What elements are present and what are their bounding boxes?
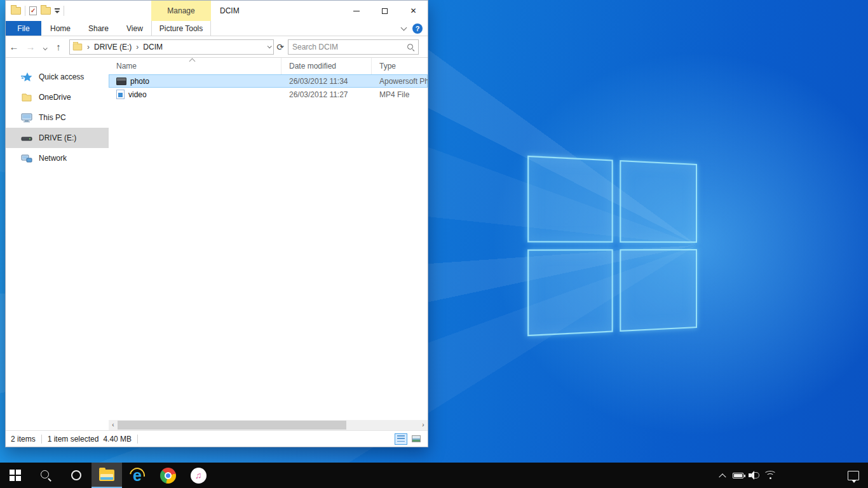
sidebar-item-label: This PC <box>39 113 66 122</box>
tab-manage[interactable]: Manage <box>151 1 211 21</box>
breadcrumb-separator-icon: › <box>86 43 90 51</box>
mp4-file-icon <box>116 90 125 99</box>
search-box <box>288 39 419 55</box>
scroll-left-icon[interactable]: ‹ <box>109 420 118 430</box>
scrollbar-thumb[interactable] <box>118 421 346 430</box>
file-list-pane: Name Date modified Type photo 26/03/2012… <box>109 58 428 430</box>
column-header-name[interactable]: Name <box>109 58 281 74</box>
sidebar-item-label: Quick access <box>39 72 84 81</box>
battery-tray-button[interactable] <box>730 463 746 488</box>
file-date-cell: 26/03/2012 11:34 <box>281 77 372 86</box>
wifi-icon <box>764 471 776 480</box>
taskbar-search-button[interactable] <box>31 463 61 488</box>
file-explorer-icon <box>99 470 114 481</box>
taskbar: e ♫ <box>0 463 868 488</box>
file-date-cell: 26/03/2012 11:27 <box>281 90 372 99</box>
thumbnails-view-button[interactable] <box>410 433 423 445</box>
chevron-up-icon <box>719 473 726 480</box>
help-button[interactable]: ? <box>412 24 423 34</box>
location-folder-icon <box>73 43 82 50</box>
properties-check-icon[interactable]: ✓ <box>29 6 37 15</box>
file-name: video <box>128 90 147 99</box>
horizontal-scrollbar[interactable]: ‹ › <box>109 420 428 430</box>
file-type-cell: Apowersoft Pho <box>372 77 428 86</box>
column-header-date-modified[interactable]: Date modified <box>281 58 372 74</box>
volume-tray-button[interactable] <box>746 463 762 488</box>
monitor-icon <box>21 112 32 123</box>
sidebar-item-label: OneDrive <box>39 93 71 102</box>
windows-logo-pane <box>620 249 697 332</box>
file-name-cell: video <box>109 90 281 99</box>
back-button[interactable]: ← <box>6 41 22 52</box>
new-folder-icon[interactable] <box>41 7 51 15</box>
sidebar-item-onedrive[interactable]: OneDrive <box>6 87 109 107</box>
search-icon[interactable] <box>407 43 414 51</box>
action-center-button[interactable] <box>848 471 859 480</box>
qat-customize-dropdown-icon[interactable] <box>55 8 60 13</box>
windows-logo-pane <box>527 249 613 336</box>
breadcrumb-dcim[interactable]: DCIM <box>143 43 163 51</box>
maximize-button[interactable] <box>370 1 399 21</box>
internet-explorer-icon: e <box>129 467 146 484</box>
network-icon <box>21 153 32 163</box>
close-icon: ✕ <box>410 6 416 15</box>
file-explorer-taskbar-button[interactable] <box>92 463 122 488</box>
ribbon-tab-row: File Home Share View Picture Tools ? <box>6 21 428 36</box>
column-label: Type <box>379 62 396 71</box>
up-button[interactable]: ↑ <box>50 41 67 52</box>
file-name: photo <box>130 77 149 86</box>
tray-overflow-button[interactable] <box>714 463 730 488</box>
tab-picture-tools[interactable]: Picture Tools <box>151 21 211 36</box>
search-input[interactable] <box>292 43 407 51</box>
itunes-taskbar-button[interactable]: ♫ <box>183 463 214 488</box>
quick-access-star-icon <box>21 72 32 82</box>
sidebar-item-network[interactable]: Network <box>6 148 109 168</box>
sort-ascending-icon <box>189 58 196 65</box>
onedrive-folder-icon <box>21 92 32 102</box>
ribbon-expand-icon[interactable] <box>401 25 407 31</box>
file-row-photo[interactable]: photo 26/03/2012 11:34 Apowersoft Pho <box>109 74 428 88</box>
details-view-button[interactable] <box>395 433 407 445</box>
breadcrumb-drive[interactable]: DRIVE (E:) <box>94 43 132 51</box>
sidebar-item-this-pc[interactable]: This PC <box>6 107 109 128</box>
windows-logo <box>527 156 697 336</box>
close-button[interactable]: ✕ <box>399 1 428 21</box>
column-header-type[interactable]: Type <box>372 58 428 74</box>
check-glyph: ✓ <box>31 7 36 15</box>
address-dropdown-icon[interactable] <box>268 44 272 48</box>
start-button[interactable] <box>0 463 31 488</box>
tab-file[interactable]: File <box>6 21 41 36</box>
cortana-button[interactable] <box>61 463 92 488</box>
view-toggles <box>395 433 423 445</box>
address-bar[interactable]: › DRIVE (E:) › DCIM <box>69 39 274 55</box>
scrollbar-track[interactable] <box>118 420 419 430</box>
folder-icon[interactable] <box>11 7 21 15</box>
internet-explorer-taskbar-button[interactable]: e <box>122 463 153 488</box>
title-bar: ✓ Manage DCIM ✕ <box>6 1 428 21</box>
column-label: Date modified <box>289 62 336 71</box>
refresh-button[interactable]: ⟳ <box>274 42 287 52</box>
wifi-tray-button[interactable] <box>762 463 778 488</box>
windows-logo-pane <box>620 160 697 243</box>
window-title: DCIM <box>220 1 240 21</box>
recent-locations-dropdown[interactable] <box>39 41 50 52</box>
battery-icon <box>733 473 743 478</box>
chrome-taskbar-button[interactable] <box>153 463 183 488</box>
minimize-icon <box>353 11 360 11</box>
chrome-icon <box>160 468 176 484</box>
scroll-right-icon[interactable]: › <box>419 420 428 430</box>
empty-area <box>109 101 428 420</box>
sidebar-item-label: DRIVE (E:) <box>39 133 76 142</box>
details-view-icon <box>397 435 405 442</box>
window-body: Quick access OneDrive This PC <box>6 58 428 430</box>
search-icon <box>40 470 51 481</box>
tab-view[interactable]: View <box>118 21 152 36</box>
minimize-button[interactable] <box>342 1 370 21</box>
forward-button[interactable]: → <box>22 41 39 52</box>
status-bar: 2 items 1 item selected 4.40 MB <box>6 430 428 447</box>
sidebar-item-drive-e[interactable]: DRIVE (E:) <box>6 128 109 148</box>
tab-share[interactable]: Share <box>79 21 118 36</box>
sidebar-item-quick-access[interactable]: Quick access <box>6 67 109 87</box>
tab-home[interactable]: Home <box>41 21 79 36</box>
file-row-video[interactable]: video 26/03/2012 11:27 MP4 File <box>109 88 428 101</box>
